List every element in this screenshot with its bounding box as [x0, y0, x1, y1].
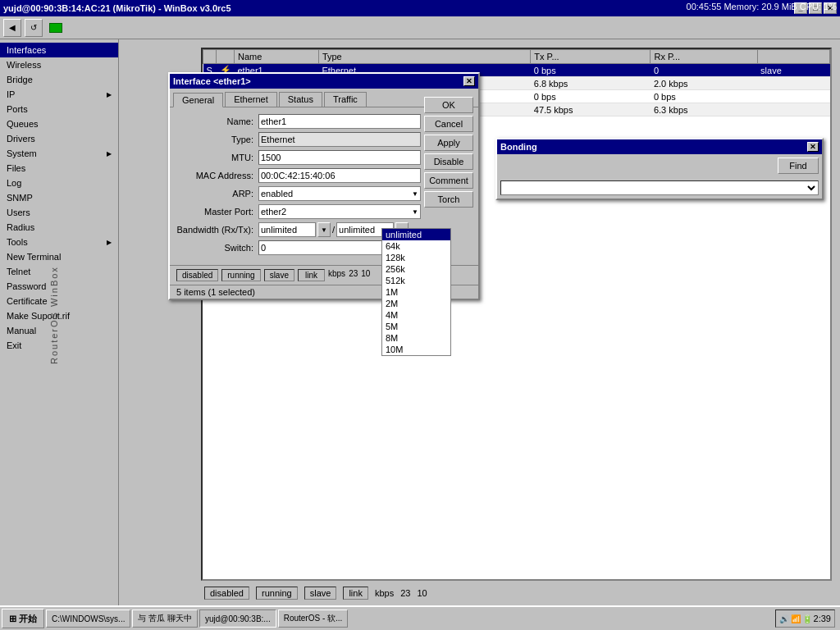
- sidebar-item-users[interactable]: Users: [0, 205, 118, 220]
- rx-packets: 10: [361, 269, 370, 281]
- tab-ethernet[interactable]: Ethernet: [225, 92, 277, 107]
- apply-button[interactable]: Apply: [424, 135, 473, 151]
- taskbar-right: 🔊 📶 🔋 2:39: [775, 609, 838, 628]
- bonding-find-button[interactable]: Find: [778, 158, 819, 174]
- interface-dialog-title: Interface <ether1> ✕: [170, 74, 478, 89]
- sidebar-item-snmp[interactable]: SNMP: [0, 190, 118, 205]
- bonding-close-button[interactable]: ✕: [807, 142, 819, 152]
- dropdown-option-128k[interactable]: 128k: [382, 252, 450, 263]
- sidebar-item-tools[interactable]: Tools ▶: [0, 235, 118, 249]
- dropdown-option-4m[interactable]: 4M: [382, 309, 450, 321]
- bonding-select[interactable]: [501, 182, 818, 194]
- cancel-button[interactable]: Cancel: [424, 116, 473, 132]
- status-slave: slave: [304, 587, 337, 600]
- mac-label: MAC Address:: [176, 171, 258, 180]
- sidebar-item-exit[interactable]: Exit: [0, 338, 118, 353]
- sidebar-item-certificate[interactable]: Certificate: [0, 294, 118, 308]
- dropdown-option-unlimited[interactable]: unlimited: [382, 229, 450, 240]
- sidebar-item-radius[interactable]: Radius: [0, 220, 118, 235]
- dropdown-option-8m[interactable]: 8M: [382, 332, 450, 344]
- sidebar-item-ports[interactable]: Ports: [0, 102, 118, 116]
- action-buttons: OK Cancel Apply Disable Comment Torch: [424, 97, 473, 208]
- sidebar-item-wireless[interactable]: Wireless: [0, 57, 118, 72]
- bandwidth-dropdown: unlimited 64k 128k 256k 512k 1M 2M 4M 5M…: [381, 228, 451, 356]
- refresh-button[interactable]: ↺: [25, 19, 43, 37]
- dropdown-option-2m[interactable]: 2M: [382, 298, 450, 309]
- sidebar-item-files[interactable]: Files: [0, 161, 118, 176]
- bandwidth-rx-dropdown-button[interactable]: ▼: [317, 222, 331, 237]
- disable-button[interactable]: Disable: [424, 153, 473, 170]
- chevron-right-icon-3: ▶: [107, 239, 112, 246]
- mac-row: MAC Address:: [176, 168, 421, 183]
- dropdown-option-256k[interactable]: 256k: [382, 263, 450, 275]
- window-title: yujd@00:90:3B:14:AC:21 (MikroTik) - WinB…: [3, 3, 231, 13]
- name-row: Name:: [176, 114, 421, 129]
- connection-indicator: [49, 23, 62, 33]
- dropdown-option-1m[interactable]: 1M: [382, 286, 450, 298]
- toolbar: ◀ ↺ 00:45:55 Memory: 20.9 MiB CPU: 1%: [0, 16, 840, 39]
- sidebar-item-manual[interactable]: Manual: [0, 323, 118, 338]
- bandwidth-rx-input[interactable]: [258, 222, 316, 237]
- sidebar-item-ip[interactable]: IP ▶: [0, 87, 118, 102]
- type-label: Type:: [176, 135, 258, 144]
- main-layout: Interfaces Wireless Bridge IP ▶ Ports Qu…: [0, 39, 840, 605]
- sidebar-item-interfaces[interactable]: Interfaces: [0, 43, 118, 57]
- taskbar-item-windows[interactable]: C:\WINDOWS\sys...: [46, 609, 130, 628]
- tray-icon-1: 🔊: [779, 614, 789, 623]
- ok-button[interactable]: OK: [424, 97, 473, 113]
- start-button[interactable]: ⊞ 开始: [2, 609, 44, 628]
- tab-traffic[interactable]: Traffic: [324, 92, 367, 107]
- sidebar-item-drivers[interactable]: Drivers: [0, 131, 118, 146]
- sidebar-item-make-supout[interactable]: Make Supout.rif: [0, 308, 118, 323]
- name-input[interactable]: [258, 114, 421, 129]
- status-running: running: [256, 587, 298, 600]
- bonding-title-bar: Bonding ✕: [497, 139, 822, 154]
- type-input[interactable]: [258, 132, 421, 147]
- mtu-input[interactable]: [258, 150, 421, 165]
- sidebar-item-log[interactable]: Log: [0, 176, 118, 190]
- back-button[interactable]: ◀: [3, 19, 21, 37]
- col-header-name: Name: [235, 50, 319, 64]
- chevron-right-icon: ▶: [107, 91, 112, 98]
- interface-close-button[interactable]: ✕: [463, 76, 475, 86]
- tray-icon-3: 🔋: [802, 614, 812, 623]
- sidebar-item-password[interactable]: Password: [0, 279, 118, 294]
- tray-icon-2: 📶: [791, 614, 801, 623]
- comment-button[interactable]: Comment: [424, 172, 473, 189]
- dropdown-option-512k[interactable]: 512k: [382, 275, 450, 286]
- tab-general[interactable]: General: [173, 93, 223, 107]
- table-status-bar: disabled running slave link kbps 23 10: [201, 581, 832, 605]
- content-area: Name Type Tx P... Rx P... S ⚡ ether1 Eth…: [119, 39, 840, 605]
- torch-button[interactable]: Torch: [424, 191, 473, 208]
- arp-row: ARP: enabled ▼: [176, 186, 421, 201]
- col-header-type: Type: [318, 50, 530, 64]
- system-tray: 🔊 📶 🔋 2:39: [775, 609, 835, 628]
- sidebar-item-bridge[interactable]: Bridge: [0, 72, 118, 87]
- taskbar-item-chat[interactable]: 与 苦瓜 聊天中: [132, 609, 198, 628]
- dropdown-option-5m[interactable]: 5M: [382, 321, 450, 332]
- clock: 2:39: [814, 614, 831, 623]
- sidebar-item-new-terminal[interactable]: New Terminal: [0, 249, 118, 264]
- arp-select[interactable]: enabled ▼: [258, 186, 421, 201]
- dropdown-option-64k[interactable]: 64k: [382, 240, 450, 252]
- taskbar: ⊞ 开始 C:\WINDOWS\sys... 与 苦瓜 聊天中 yujd@00:…: [0, 605, 840, 630]
- taskbar-item-winbox[interactable]: yujd@00:90:3B:...: [199, 609, 276, 628]
- taskbar-item-routeros[interactable]: RouterOS - 软...: [278, 609, 349, 628]
- col-header-tx: Tx P...: [531, 50, 651, 64]
- bonding-window: Bonding ✕ Find: [495, 138, 824, 200]
- master-port-select[interactable]: ether2 ▼: [258, 204, 421, 219]
- sidebar: Interfaces Wireless Bridge IP ▶ Ports Qu…: [0, 39, 119, 605]
- tab-status[interactable]: Status: [279, 92, 322, 107]
- tx-packets: 23: [349, 269, 358, 281]
- dropdown-option-10m[interactable]: 10M: [382, 344, 450, 355]
- status-disabled: disabled: [204, 587, 249, 600]
- rx-rate-value: 10: [417, 588, 427, 598]
- sidebar-item-telnet[interactable]: Telnet: [0, 264, 118, 279]
- mac-input[interactable]: [258, 168, 421, 183]
- mtu-label: MTU:: [176, 153, 258, 162]
- status-link: link: [343, 587, 368, 600]
- sidebar-item-queues[interactable]: Queues: [0, 116, 118, 131]
- switch-label: Switch:: [176, 243, 258, 253]
- type-row: Type:: [176, 132, 421, 147]
- sidebar-item-system[interactable]: System ▶: [0, 146, 118, 161]
